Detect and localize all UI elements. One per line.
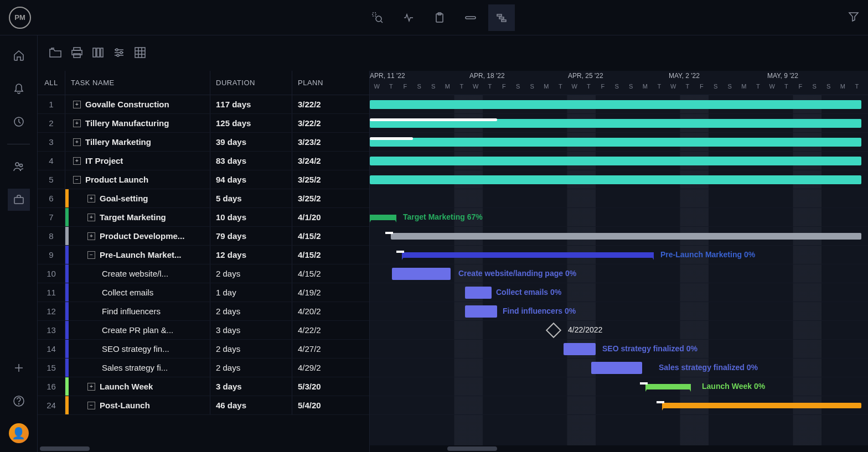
task-row[interactable]: 10Create website/l...2 days4/15/2 bbox=[38, 264, 369, 283]
task-name-cell[interactable]: −Product Launch bbox=[65, 170, 210, 189]
clipboard-icon[interactable] bbox=[426, 4, 453, 31]
task-row[interactable]: 5−Product Launch94 days3/25/2 bbox=[38, 170, 369, 189]
task-duration[interactable]: 10 days bbox=[210, 208, 292, 226]
expand-icon[interactable]: + bbox=[87, 232, 95, 240]
gantt-row[interactable]: SEO strategy finalized 0% bbox=[370, 340, 868, 359]
task-duration[interactable]: 5 days bbox=[210, 189, 292, 207]
home-icon[interactable] bbox=[8, 44, 30, 66]
task-row[interactable]: 11Collect emails1 day4/19/2 bbox=[38, 283, 369, 302]
gantt-scrollbar[interactable] bbox=[370, 445, 868, 452]
task-name-cell[interactable]: Create PR plan &... bbox=[65, 321, 210, 339]
task-planned[interactable]: 4/20/2 bbox=[292, 302, 369, 320]
task-name-cell[interactable]: Sales strategy fi... bbox=[65, 359, 210, 377]
task-row[interactable]: 3+Tillery Marketing39 days3/23/2 bbox=[38, 133, 369, 152]
gantt-row[interactable]: Collect emails 0% bbox=[370, 283, 868, 302]
task-planned[interactable]: 4/15/2 bbox=[292, 227, 369, 245]
task-duration[interactable]: 46 days bbox=[210, 396, 292, 414]
expand-icon[interactable]: + bbox=[73, 157, 81, 165]
gantt-row[interactable]: 4/22/2022 bbox=[370, 321, 868, 340]
gantt-view-icon[interactable] bbox=[488, 4, 515, 31]
task-duration[interactable]: 83 days bbox=[210, 152, 292, 170]
task-row[interactable]: 7+Target Marketing10 days4/1/20 bbox=[38, 208, 369, 227]
team-icon[interactable] bbox=[8, 155, 30, 178]
expand-icon[interactable]: + bbox=[73, 138, 81, 146]
print-icon[interactable] bbox=[71, 46, 83, 60]
gantt-row[interactable] bbox=[370, 170, 868, 189]
gantt-bar[interactable] bbox=[402, 252, 654, 258]
task-row[interactable]: 16+Launch Week3 days5/3/20 bbox=[38, 377, 369, 396]
collapse-icon[interactable]: − bbox=[87, 251, 95, 259]
task-row[interactable]: 6+Goal-setting5 days3/25/2 bbox=[38, 189, 369, 208]
task-row[interactable]: 4+IT Project83 days3/24/2 bbox=[38, 152, 369, 170]
gantt-bar[interactable] bbox=[391, 233, 861, 240]
col-header-name[interactable]: TASK NAME bbox=[65, 71, 210, 95]
notifications-icon[interactable] bbox=[8, 77, 30, 100]
settings-sliders-icon[interactable] bbox=[113, 46, 125, 60]
gantt-row[interactable] bbox=[370, 396, 868, 415]
task-name-cell[interactable]: +Tillery Manufacturing bbox=[65, 114, 210, 132]
gantt-bar[interactable] bbox=[370, 100, 861, 109]
milestone-marker[interactable] bbox=[546, 323, 561, 338]
task-duration[interactable]: 79 days bbox=[210, 227, 292, 245]
filter-icon[interactable] bbox=[848, 11, 859, 24]
gantt-row[interactable]: Launch Week 0% bbox=[370, 377, 868, 396]
task-name-cell[interactable]: +Goal-setting bbox=[65, 189, 210, 207]
app-logo[interactable]: PM bbox=[9, 7, 31, 29]
columns-icon[interactable] bbox=[92, 46, 104, 60]
gantt-bar[interactable] bbox=[392, 268, 451, 280]
task-name-cell[interactable]: Collect emails bbox=[65, 283, 210, 302]
gantt-row[interactable]: Sales strategy finalized 0% bbox=[370, 359, 868, 377]
task-planned[interactable]: 4/15/2 bbox=[292, 246, 369, 264]
task-duration[interactable]: 2 days bbox=[210, 340, 292, 358]
expand-icon[interactable]: + bbox=[87, 383, 95, 391]
gantt-bar[interactable] bbox=[564, 343, 596, 355]
task-row[interactable]: 9−Pre-Launch Market...12 days4/15/2 bbox=[38, 246, 369, 264]
add-icon[interactable] bbox=[8, 357, 30, 379]
folder-icon[interactable] bbox=[49, 46, 62, 60]
gantt-row[interactable] bbox=[370, 152, 868, 170]
gantt-bar[interactable] bbox=[465, 287, 492, 299]
task-duration[interactable]: 1 day bbox=[210, 283, 292, 302]
gantt-row[interactable]: Target Marketing 67% bbox=[370, 208, 868, 227]
collapse-icon[interactable]: − bbox=[87, 402, 95, 409]
table-scrollbar[interactable] bbox=[38, 445, 369, 452]
col-header-all[interactable]: ALL bbox=[38, 71, 65, 95]
gantt-row[interactable]: Create website/landing page 0% bbox=[370, 264, 868, 283]
gantt-row[interactable]: Find influencers 0% bbox=[370, 302, 868, 321]
help-icon[interactable] bbox=[8, 390, 30, 412]
task-planned[interactable]: 4/29/2 bbox=[292, 359, 369, 377]
task-name-cell[interactable]: +Launch Week bbox=[65, 377, 210, 396]
task-planned[interactable]: 4/19/2 bbox=[292, 283, 369, 302]
gantt-body[interactable]: Target Marketing 67%Pre-Launch Marketing… bbox=[370, 95, 868, 445]
task-planned[interactable]: 3/25/2 bbox=[292, 189, 369, 207]
task-name-cell[interactable]: Find influencers bbox=[65, 302, 210, 320]
gantt-bar[interactable] bbox=[370, 175, 861, 184]
expand-icon[interactable]: + bbox=[73, 120, 81, 127]
task-duration[interactable]: 2 days bbox=[210, 264, 292, 283]
gantt-bar[interactable] bbox=[591, 362, 642, 374]
link-icon[interactable] bbox=[457, 4, 484, 31]
task-planned[interactable]: 4/15/2 bbox=[292, 264, 369, 283]
task-row[interactable]: 13Create PR plan &...3 days4/22/2 bbox=[38, 321, 369, 340]
briefcase-icon[interactable] bbox=[8, 189, 30, 211]
task-row[interactable]: 8+Product Developme...79 days4/15/2 bbox=[38, 227, 369, 246]
task-duration[interactable]: 3 days bbox=[210, 321, 292, 339]
task-planned[interactable]: 3/22/2 bbox=[292, 95, 369, 113]
task-planned[interactable]: 3/24/2 bbox=[292, 152, 369, 170]
gantt-row[interactable] bbox=[370, 189, 868, 208]
gantt-bar[interactable] bbox=[370, 157, 861, 165]
expand-icon[interactable]: + bbox=[73, 101, 81, 108]
task-planned[interactable]: 4/1/20 bbox=[292, 208, 369, 226]
task-row[interactable]: 15Sales strategy fi...2 days4/29/2 bbox=[38, 359, 369, 377]
task-name-cell[interactable]: +IT Project bbox=[65, 152, 210, 170]
task-planned[interactable]: 4/27/2 bbox=[292, 340, 369, 358]
task-duration[interactable]: 39 days bbox=[210, 133, 292, 151]
task-row[interactable]: 2+Tillery Manufacturing125 days3/22/2 bbox=[38, 114, 369, 133]
gantt-bar[interactable] bbox=[370, 138, 861, 147]
task-row[interactable]: 1+Govalle Construction117 days3/22/2 bbox=[38, 95, 369, 114]
gantt-bar[interactable] bbox=[662, 403, 861, 408]
activity-icon[interactable] bbox=[395, 4, 422, 31]
task-duration[interactable]: 125 days bbox=[210, 114, 292, 132]
grid-icon[interactable] bbox=[134, 46, 146, 60]
gantt-bar[interactable] bbox=[370, 215, 396, 220]
